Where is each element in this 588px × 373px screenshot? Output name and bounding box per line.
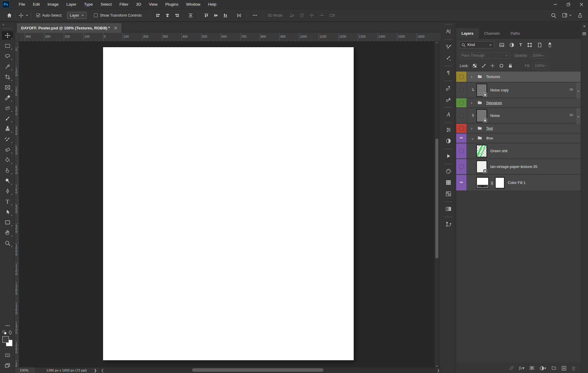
document-tab[interactable]: DAYOFF. Poster.psd @ 100% (Textures, RGB… xyxy=(17,23,121,33)
layer-name[interactable]: Green shit xyxy=(490,149,508,153)
new-group-icon[interactable] xyxy=(551,366,557,370)
tool-healing-brush[interactable] xyxy=(0,103,15,113)
menu-file[interactable]: File xyxy=(15,0,29,9)
lock-position-icon[interactable] xyxy=(490,64,495,68)
layer-row-0[interactable]: ›Textures xyxy=(456,72,581,82)
search-icon[interactable] xyxy=(551,13,556,18)
show-transform-checkbox[interactable]: Show Transform Controls xyxy=(94,13,142,18)
align-right-icon[interactable] xyxy=(175,13,179,18)
history-panel-icon[interactable] xyxy=(441,218,456,230)
layers-panel-menu-icon[interactable] xyxy=(581,30,588,37)
layer-name[interactable]: Signature xyxy=(486,101,502,105)
layer-name[interactable]: Color Fill 1 xyxy=(508,181,526,185)
layer-name[interactable]: Noise xyxy=(490,114,500,118)
scroll-down-icon[interactable]: ⌄ xyxy=(434,363,439,367)
vertical-scrollbar[interactable]: ⌃ ⌄ xyxy=(434,42,439,367)
link-layers-icon[interactable] xyxy=(509,366,514,371)
vertical-ruler[interactable]: 01 0 02 0 03 0 04 0 05 0 06 0 07 0 08 0 … xyxy=(15,42,19,367)
mask-link-icon[interactable] xyxy=(491,180,493,185)
horizontal-scroll-thumb[interactable] xyxy=(192,368,323,372)
lock-transparent-icon[interactable] xyxy=(472,64,477,68)
dock-grip[interactable] xyxy=(445,106,452,109)
distribute-h-icon[interactable] xyxy=(237,13,241,18)
align-center-h-icon[interactable] xyxy=(165,13,170,18)
horizontal-scrollbar[interactable]: ❮ ❯ xyxy=(100,367,441,373)
filter-smart-icon[interactable] xyxy=(537,42,542,47)
menu-view[interactable]: View xyxy=(145,0,161,9)
menu-layer[interactable]: Layer xyxy=(63,0,80,9)
properties-panel-icon[interactable] xyxy=(441,124,456,135)
zoom-level-field[interactable]: 100% xyxy=(15,367,36,373)
visibility-toggle[interactable] xyxy=(456,108,467,123)
visibility-toggle[interactable] xyxy=(456,175,467,191)
tool-zoom[interactable] xyxy=(0,238,15,248)
menu-type[interactable]: Type xyxy=(80,0,97,9)
dock-grip[interactable] xyxy=(445,121,452,124)
color-swatches[interactable] xyxy=(2,336,12,346)
vertical-scroll-thumb[interactable] xyxy=(435,139,438,258)
distribute-v-icon[interactable] xyxy=(188,13,193,18)
tool-paint-bucket[interactable] xyxy=(0,155,15,165)
document-info[interactable]: 1280 px x 1600 px (72 ppi) xyxy=(36,369,91,372)
glyphs-panel-icon[interactable]: A xyxy=(441,109,456,120)
layer-name[interactable]: Фон xyxy=(486,136,493,140)
layer-name[interactable]: Textures xyxy=(486,75,500,79)
toolbar-expand-icon[interactable]: » xyxy=(0,22,15,27)
menu-filter[interactable]: Filter xyxy=(116,0,132,9)
align-left-icon[interactable] xyxy=(156,13,160,18)
layer-name[interactable]: Text xyxy=(486,126,493,131)
smart-filters-icon[interactable] xyxy=(568,82,575,98)
tool-magic-wand[interactable] xyxy=(0,61,15,72)
tool-move[interactable] xyxy=(0,30,15,41)
menu-help[interactable]: Help xyxy=(204,0,220,9)
character-panel-icon[interactable]: A| xyxy=(441,26,456,37)
dock-grip[interactable] xyxy=(445,147,452,150)
layer-row-5[interactable]: ⌄Фон xyxy=(456,134,581,143)
filter-shape-icon[interactable] xyxy=(527,42,532,47)
color-panel-icon[interactable] xyxy=(441,166,456,177)
scroll-left-icon[interactable]: ❮ xyxy=(100,367,105,373)
ruler-corner[interactable] xyxy=(15,33,19,41)
layer-row-7[interactable]: tan-vintage-paper-texture-35 xyxy=(456,159,581,175)
tab-channels[interactable]: Channels xyxy=(479,28,505,39)
close-icon[interactable] xyxy=(575,0,588,9)
collapse-panels-icon[interactable]: « xyxy=(581,22,588,30)
visibility-toggle[interactable] xyxy=(456,159,467,174)
layer-row-8[interactable]: Color Fill 1 xyxy=(456,175,581,191)
expand-group-icon[interactable]: › xyxy=(471,126,476,131)
visibility-toggle[interactable] xyxy=(456,82,467,98)
foreground-color-swatch[interactable] xyxy=(2,336,9,343)
swap-colors-icon[interactable] xyxy=(8,331,12,334)
menu-image[interactable]: Image xyxy=(44,0,63,9)
show-transform-checkbox-box[interactable] xyxy=(94,13,98,17)
layer-thumbnail[interactable] xyxy=(477,145,487,157)
layer-thumbnail[interactable] xyxy=(477,109,487,122)
expand-group-icon[interactable]: › xyxy=(471,101,476,105)
layer-row-3[interactable]: Noise⌄ xyxy=(456,108,581,124)
filter-kind-dropdown[interactable]: Kind xyxy=(459,41,494,48)
gradients-panel-icon[interactable] xyxy=(441,203,456,215)
canvas-area[interactable] xyxy=(19,42,434,367)
horizontal-ruler[interactable]: 4003002001000100200300400500600700800900… xyxy=(19,33,434,41)
restore-icon[interactable] xyxy=(562,0,575,9)
filter-pixel-icon[interactable] xyxy=(499,42,504,47)
edit-toolbar-icon[interactable] xyxy=(0,320,15,331)
brushes-panel-icon[interactable] xyxy=(441,52,456,64)
scroll-up-icon[interactable]: ⌃ xyxy=(434,42,439,46)
adjustments-panel-icon[interactable] xyxy=(441,135,456,147)
visibility-toggle[interactable] xyxy=(456,134,467,143)
new-adjustment-icon[interactable]: ▾ xyxy=(540,366,546,371)
patterns-panel-icon[interactable] xyxy=(441,188,456,199)
toolbar-grip[interactable] xyxy=(3,27,12,30)
new-layer-icon[interactable] xyxy=(562,366,566,371)
dock-grip[interactable] xyxy=(445,38,452,41)
tool-smudge[interactable] xyxy=(0,165,15,176)
visibility-toggle[interactable] xyxy=(456,143,467,158)
default-colors-icon[interactable] xyxy=(3,331,7,334)
visibility-toggle[interactable] xyxy=(456,72,467,82)
lock-paint-icon[interactable] xyxy=(481,64,486,68)
align-middle-icon[interactable] xyxy=(214,13,218,18)
tool-dodge[interactable] xyxy=(0,176,15,186)
menu-edit[interactable]: Edit xyxy=(29,0,44,9)
brush-settings-panel-icon[interactable] xyxy=(441,41,456,52)
